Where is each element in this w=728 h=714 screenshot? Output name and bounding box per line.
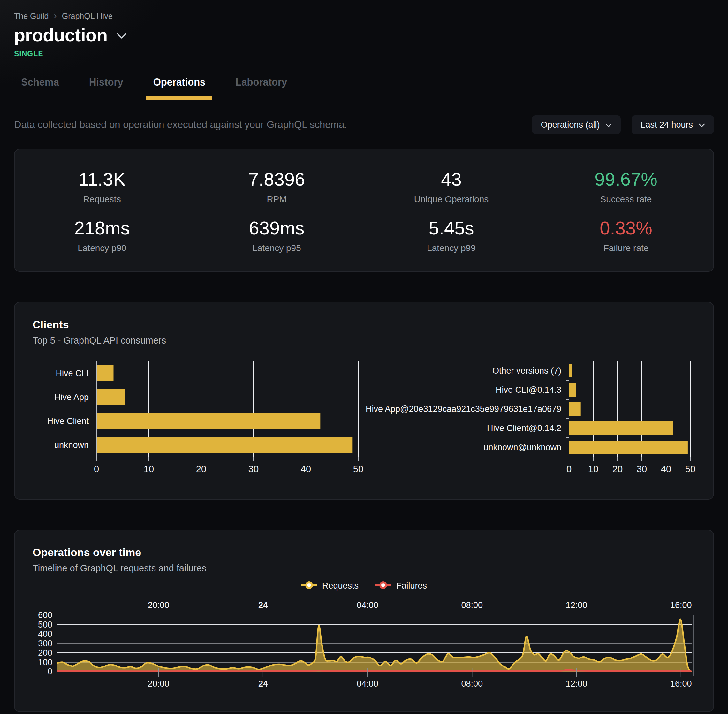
svg-text:600: 600 xyxy=(38,610,53,620)
stat-label: Latency p99 xyxy=(364,243,538,254)
legend-marker-icon xyxy=(301,580,317,591)
tab-schema[interactable]: Schema xyxy=(14,76,66,98)
svg-text:20:00: 20:00 xyxy=(148,600,170,610)
stat-requests: 11.3KRequests xyxy=(15,162,190,211)
svg-text:16:00: 16:00 xyxy=(670,679,692,688)
svg-text:10: 10 xyxy=(144,464,154,474)
tab-history[interactable]: History xyxy=(82,76,130,98)
stat-latency-p99: 5.45sLatency p99 xyxy=(364,211,538,260)
svg-text:10: 10 xyxy=(588,464,599,474)
svg-text:12:00: 12:00 xyxy=(566,600,588,610)
stat-value: 218ms xyxy=(15,217,190,238)
operations-panel-title: Operations over time xyxy=(33,546,695,559)
stat-label: Unique Operations xyxy=(364,194,538,204)
stat-value: 11.3K xyxy=(15,168,190,190)
legend-item-requests[interactable]: Requests xyxy=(301,580,359,591)
filters: Operations (all)Last 24 hours xyxy=(532,116,714,134)
stat-label: Success rate xyxy=(538,194,713,204)
svg-text:0: 0 xyxy=(566,464,572,474)
svg-text:40: 40 xyxy=(661,464,671,474)
stat-value: 43 xyxy=(364,168,538,190)
svg-text:Hive CLI@0.14.3: Hive CLI@0.14.3 xyxy=(496,385,561,394)
svg-text:Other versions (7): Other versions (7) xyxy=(492,366,561,375)
clients-by-name-bar-chart: Hive CLIHive AppHive Clientunknown010203… xyxy=(33,358,365,483)
legend-label: Requests xyxy=(322,581,359,591)
svg-text:08:00: 08:00 xyxy=(462,600,483,610)
stat-value: 7.8396 xyxy=(190,168,364,190)
svg-text:100: 100 xyxy=(38,657,53,667)
stat-unique-operations: 43Unique Operations xyxy=(364,162,538,211)
tab-operations[interactable]: Operations xyxy=(146,76,213,98)
legend-item-failures[interactable]: Failures xyxy=(375,580,427,591)
svg-text:unknown: unknown xyxy=(54,440,89,450)
stat-label: RPM xyxy=(190,194,364,204)
stat-value: 0.33% xyxy=(538,217,713,238)
filter-dropdown-1[interactable]: Last 24 hours xyxy=(632,116,714,134)
svg-text:Hive App: Hive App xyxy=(54,392,89,402)
svg-text:12:00: 12:00 xyxy=(566,679,588,688)
breadcrumb-project[interactable]: GraphQL Hive xyxy=(62,12,113,21)
svg-text:04:00: 04:00 xyxy=(356,600,378,610)
stat-value: 639ms xyxy=(190,217,364,238)
breadcrumb-org[interactable]: The Guild xyxy=(14,12,48,21)
svg-text:08:00: 08:00 xyxy=(462,679,483,688)
chevron-down-icon[interactable] xyxy=(117,33,127,40)
chevron-right-icon: › xyxy=(54,11,57,20)
svg-text:400: 400 xyxy=(38,629,53,639)
stat-label: Latency p90 xyxy=(15,243,190,254)
chevron-down-icon xyxy=(699,120,705,130)
toolbar: Data collected based on operation execut… xyxy=(14,116,714,134)
operations-panel-subtitle: Timeline of GraphQL requests and failure… xyxy=(33,563,695,574)
svg-text:50: 50 xyxy=(353,464,363,474)
stat-label: Requests xyxy=(15,194,190,204)
stat-success-rate: 99.67%Success rate xyxy=(538,162,713,211)
clients-by-version-bar-chart: Other versions (7)Hive CLI@0.14.3Hive Ap… xyxy=(365,358,695,483)
svg-text:50: 50 xyxy=(685,464,695,474)
stat-latency-p90: 218msLatency p90 xyxy=(15,211,190,260)
breadcrumb: The Guild › GraphQL Hive xyxy=(14,12,714,21)
svg-text:20:00: 20:00 xyxy=(148,679,170,688)
svg-text:0: 0 xyxy=(48,667,53,676)
tab-bar: SchemaHistoryOperationsLaboratory xyxy=(0,76,728,98)
filter-dropdown-label: Operations (all) xyxy=(541,120,600,130)
clients-panel-title: Clients xyxy=(33,318,695,331)
svg-text:Hive App@20e3129caa921c35e9979: Hive App@20e3129caa921c35e9979631e17a067… xyxy=(366,404,561,414)
filter-dropdown-label: Last 24 hours xyxy=(641,120,693,130)
chart-legend: RequestsFailures xyxy=(33,580,695,591)
svg-text:04:00: 04:00 xyxy=(356,679,378,688)
stat-rpm: 7.8396RPM xyxy=(190,162,364,211)
svg-text:30: 30 xyxy=(637,464,647,474)
svg-text:40: 40 xyxy=(301,464,311,474)
description-text: Data collected based on operation execut… xyxy=(14,119,347,130)
page-title: production xyxy=(14,25,108,46)
stat-latency-p95: 639msLatency p95 xyxy=(190,211,364,260)
stat-label: Failure rate xyxy=(538,243,713,254)
stats-panel: 11.3KRequests7.8396RPM43Unique Operation… xyxy=(14,148,714,272)
svg-text:200: 200 xyxy=(38,648,53,657)
svg-text:Hive Client: Hive Client xyxy=(47,416,89,426)
svg-text:16:00: 16:00 xyxy=(670,600,692,610)
stat-value: 5.45s xyxy=(364,217,538,238)
chevron-down-icon xyxy=(605,120,612,130)
svg-text:Hive CLI: Hive CLI xyxy=(56,369,89,378)
svg-text:unknown@unknown: unknown@unknown xyxy=(483,442,561,452)
legend-label: Failures xyxy=(396,581,427,591)
svg-text:20: 20 xyxy=(612,464,623,474)
svg-text:24: 24 xyxy=(258,679,268,688)
operations-panel: Operations over time Timeline of GraphQL… xyxy=(14,530,714,712)
tab-laboratory[interactable]: Laboratory xyxy=(228,76,294,98)
stat-label: Latency p95 xyxy=(190,243,364,254)
svg-text:20: 20 xyxy=(196,464,206,474)
clients-panel: Clients Top 5 - GraphQL API consumers Hi… xyxy=(14,302,714,500)
target-type-badge: SINGLE xyxy=(14,50,714,58)
svg-text:500: 500 xyxy=(38,620,53,630)
svg-text:0: 0 xyxy=(94,464,99,474)
filter-dropdown-0[interactable]: Operations (all) xyxy=(532,116,621,134)
svg-text:30: 30 xyxy=(248,464,259,474)
svg-text:24: 24 xyxy=(258,600,268,610)
svg-text:300: 300 xyxy=(38,639,53,648)
clients-panel-subtitle: Top 5 - GraphQL API consumers xyxy=(33,335,695,346)
stat-failure-rate: 0.33%Failure rate xyxy=(538,211,713,260)
legend-marker-icon xyxy=(375,580,391,591)
operations-over-time-chart: 010020030040050060020:0020:00242404:0004… xyxy=(33,600,695,696)
